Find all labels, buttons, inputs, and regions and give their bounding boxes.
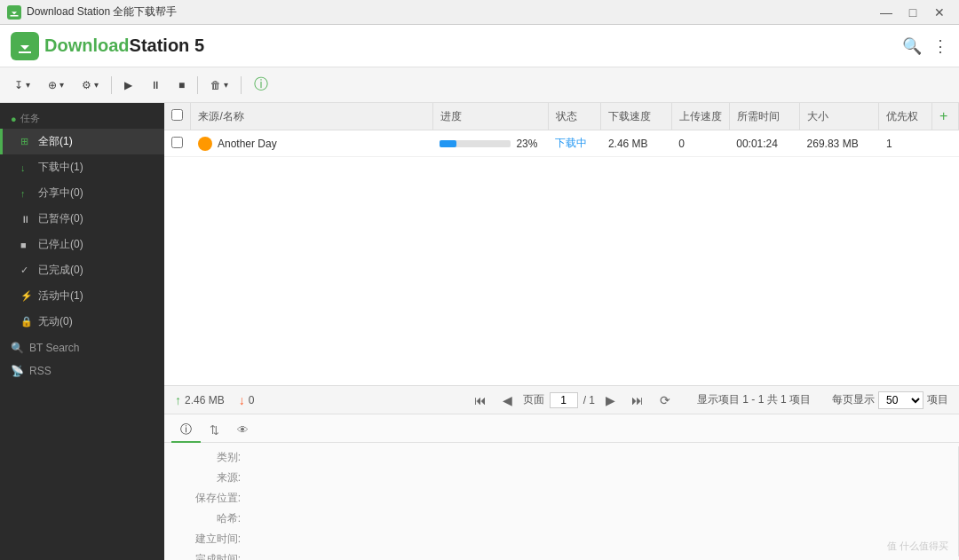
- th-down-speed[interactable]: 下载速度: [601, 103, 671, 130]
- select-all-checkbox[interactable]: [171, 109, 183, 121]
- last-page-btn[interactable]: ⏭: [626, 391, 649, 409]
- detail-save-path-row: 保存位置:: [178, 491, 944, 506]
- transfer-tab-icon: ⇅: [210, 423, 219, 437]
- table-area: 来源/名称 进度 状态 下载速度 上传速度 所需时间 大小 优先权 +: [164, 103, 959, 385]
- header-search-button[interactable]: 🔍: [902, 36, 922, 56]
- sidebar-bt-search[interactable]: 🔍 BT Search: [0, 335, 164, 358]
- th-up-speed[interactable]: 上传速度: [671, 103, 729, 130]
- sidebar-item-active[interactable]: ⚡ 活动中(1): [0, 283, 164, 309]
- maximize-button[interactable]: □: [900, 0, 925, 25]
- lock-icon: 🔒: [20, 316, 33, 327]
- add-plus-button[interactable]: ⊕ ▾: [41, 75, 71, 95]
- next-page-btn[interactable]: ▶: [600, 391, 621, 409]
- row-up-speed-cell: 0: [671, 130, 729, 157]
- add-task-button[interactable]: ↧ ▾: [7, 75, 37, 95]
- settings-dropdown-icon: ▾: [94, 80, 99, 90]
- add-dropdown-icon: ▾: [26, 80, 30, 90]
- row-eta-cell: 00:01:24: [729, 130, 799, 157]
- upload-speed-status: ↓ 0: [239, 393, 255, 407]
- sidebar-item-inactive[interactable]: 🔒 无动(0): [0, 309, 164, 335]
- watermark: 值 什么值得买: [887, 540, 948, 553]
- row-checkbox[interactable]: [171, 137, 183, 148]
- down-arrow-icon: ↑: [175, 393, 181, 407]
- app-title: DownloadStation 5: [44, 35, 204, 56]
- start-icon: ▶: [124, 79, 132, 91]
- main-layout: ● 任务 ⊞ 全部(1) ↓ 下载中(1) ↑ 分享中(0) ⏸ 已暂停(0) …: [0, 103, 959, 560]
- row-name-cell: Another Day: [191, 130, 432, 157]
- sidebar-item-all[interactable]: ⊞ 全部(1): [0, 129, 164, 154]
- th-status[interactable]: 状态: [548, 103, 601, 130]
- app-logo: DownloadStation 5: [11, 32, 204, 60]
- progress-bar-bg: [440, 140, 511, 147]
- header-menu-button[interactable]: ⋮: [932, 36, 948, 56]
- th-eta[interactable]: 所需时间: [729, 103, 799, 130]
- detail-hash-row: 哈希:: [178, 511, 944, 526]
- detail-tab-transfer[interactable]: ⇅: [201, 420, 228, 442]
- prev-page-btn[interactable]: ◀: [497, 391, 518, 409]
- per-page-select[interactable]: 50 25 100: [878, 391, 923, 409]
- minimize-button[interactable]: —: [874, 0, 899, 25]
- titlebar-app-icon: [7, 5, 21, 20]
- first-page-btn[interactable]: ⏮: [469, 391, 492, 409]
- detail-source-row: 来源:: [178, 470, 944, 485]
- sidebar-item-downloading[interactable]: ↓ 下载中(1): [0, 154, 164, 180]
- content-area: 来源/名称 进度 状态 下载速度 上传速度 所需时间 大小 优先权 +: [164, 103, 959, 560]
- stop-icon: ■: [178, 79, 185, 91]
- statusbar: ↑ 2.46 MB ↓ 0 ⏮ ◀ 页面 / 1 ▶ ⏭ ⟳: [164, 385, 959, 414]
- th-source[interactable]: 来源/名称: [191, 103, 432, 130]
- sidebar-item-stopped[interactable]: ■ 已停止(0): [0, 232, 164, 257]
- close-button[interactable]: ✕: [927, 0, 952, 25]
- th-progress[interactable]: 进度: [432, 103, 548, 130]
- sidebar-item-paused[interactable]: ⏸ 已暂停(0): [0, 206, 164, 232]
- start-button[interactable]: ▶: [117, 75, 139, 95]
- plus-dropdown-icon: ▾: [59, 80, 64, 90]
- detail-created-row: 建立时间:: [178, 532, 944, 547]
- titlebar-title: Download Station 全能下载帮手: [7, 4, 177, 20]
- detail-tab-info[interactable]: ⓘ: [171, 418, 201, 443]
- delete-icon: 🗑: [210, 79, 221, 91]
- sidebar-item-uploading[interactable]: ↑ 分享中(0): [0, 180, 164, 206]
- file-type-icon: [198, 137, 212, 151]
- page-input[interactable]: [550, 392, 578, 408]
- pause-button[interactable]: ⏸: [143, 75, 168, 95]
- pause-icon: ⏸: [150, 79, 161, 91]
- settings-button[interactable]: ⚙ ▾: [75, 75, 106, 95]
- detail-hash-label: 哈希:: [178, 511, 241, 526]
- plus-icon: ⊕: [48, 79, 57, 91]
- toolbar-separator-1: [111, 76, 112, 94]
- th-add[interactable]: +: [932, 103, 959, 130]
- grid-icon: ⊞: [20, 136, 33, 147]
- row-extra-cell: [932, 130, 959, 157]
- pause-icon: ⏸: [20, 214, 33, 225]
- detail-save-path-label: 保存位置:: [178, 491, 241, 506]
- row-size-cell: 269.83 MB: [800, 130, 879, 157]
- page-label: 页面: [523, 392, 544, 407]
- delete-button[interactable]: 🗑 ▾: [203, 75, 235, 95]
- titlebar-text: Download Station 全能下载帮手: [27, 4, 177, 20]
- th-size[interactable]: 大小: [800, 103, 879, 130]
- sidebar-item-finished[interactable]: ✓ 已完成(0): [0, 257, 164, 283]
- detail-created-label: 建立时间:: [178, 532, 241, 547]
- delete-dropdown-icon: ▾: [224, 80, 228, 90]
- logo-icon: [11, 32, 39, 60]
- detail-completed-label: 完成时间:: [178, 552, 241, 560]
- table-row[interactable]: Another Day23%下载中2.46 MB000:01:24269.83 …: [164, 130, 959, 157]
- th-priority[interactable]: 优先权: [879, 103, 932, 130]
- app-header: DownloadStation 5 🔍 ⋮: [0, 25, 959, 67]
- add-icon: ↧: [14, 79, 23, 91]
- sidebar-rss[interactable]: 📡 RSS: [0, 358, 164, 381]
- toolbar: ↧ ▾ ⊕ ▾ ⚙ ▾ ▶ ⏸ ■ 🗑 ▾ ⓘ: [0, 67, 959, 103]
- progress-bar-fill: [440, 140, 456, 147]
- detail-source-label: 来源:: [178, 470, 241, 485]
- stop-button[interactable]: ■: [171, 75, 192, 95]
- sidebar-tasks-label: ● 任务: [0, 103, 164, 129]
- display-info: 显示项目 1 - 1 共 1 项目: [697, 392, 811, 407]
- detail-tab-preview[interactable]: 👁: [228, 420, 258, 442]
- toolbar-separator-3: [241, 76, 242, 94]
- pagination: ⏮ ◀ 页面 / 1 ▶ ⏭ ⟳: [469, 391, 676, 409]
- detail-fields: 类别: 来源: 保存位置: 哈希:: [164, 443, 958, 560]
- info-tab-icon: ⓘ: [180, 422, 192, 436]
- refresh-btn[interactable]: ⟳: [654, 391, 676, 409]
- titlebar-controls: — □ ✕: [874, 0, 952, 25]
- info-button[interactable]: ⓘ: [247, 72, 275, 98]
